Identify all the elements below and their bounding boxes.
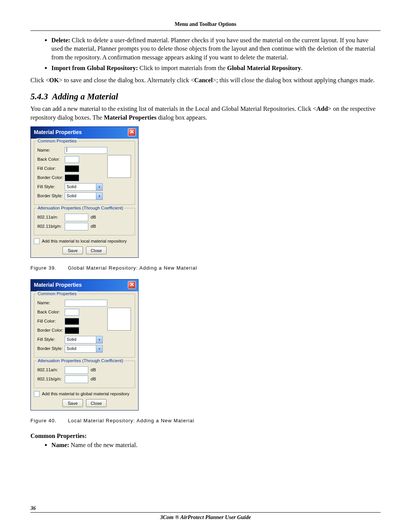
border-color-swatch[interactable] <box>65 327 79 334</box>
back-color-label: Back Color: <box>37 157 65 163</box>
section-heading: 5.4.3 Adding a Material <box>30 91 381 102</box>
border-color-label: Border Color: <box>37 175 65 181</box>
db-unit: dB <box>91 214 96 220</box>
db-unit: dB <box>91 224 96 230</box>
border-style-select[interactable]: Solid▾ <box>65 345 103 353</box>
border-style-label: Border Style: <box>37 193 65 199</box>
close-button[interactable]: Close <box>86 399 107 407</box>
common-properties-list: Name: Name of the new material. <box>30 441 381 449</box>
attenuation-group: Attenuation Properties (Through Coeffici… <box>34 361 135 388</box>
bullet-name-text: Name of the new material. <box>69 441 138 449</box>
save-button[interactable]: Save <box>62 399 83 407</box>
dialog-titlebar: Material Properties ✕ <box>31 127 138 139</box>
page-number: 36 <box>30 505 381 511</box>
bullet-import-label: Import from Global Repository: <box>51 64 138 72</box>
close-icon[interactable]: ✕ <box>128 128 136 136</box>
bullet-import-bold-tail: Global Material Repository <box>227 64 301 72</box>
a-input[interactable] <box>65 214 88 221</box>
footer-title: 3Com ® AirProtect Planner User Guide <box>30 514 381 521</box>
add-global-checkbox[interactable] <box>34 391 40 397</box>
preview-swatch <box>107 155 131 178</box>
chevron-down-icon: ▾ <box>96 345 102 352</box>
b-input[interactable] <box>65 223 88 230</box>
add-local-checkbox-label: Add this material to local material repo… <box>42 238 127 244</box>
db-unit: dB <box>91 376 96 382</box>
border-style-select[interactable]: Solid▾ <box>65 192 103 200</box>
common-properties-heading: Common Properties: <box>30 432 381 440</box>
fill-color-swatch[interactable] <box>65 165 79 172</box>
figure-39-label: Figure 39. <box>30 265 57 271</box>
attenuation-group: Attenuation Properties (Through Coeffici… <box>34 208 135 235</box>
b-label: 802.11b/g/n: <box>37 376 65 382</box>
bullet-delete-text: Click to delete a user-defined material.… <box>51 37 375 61</box>
common-properties-legend: Common Properties <box>37 291 78 297</box>
dialog-body: Common Properties Name: Back Color: Fill… <box>31 291 138 411</box>
back-color-swatch[interactable] <box>65 156 79 163</box>
save-button[interactable]: Save <box>62 246 83 254</box>
chevron-down-icon: ▾ <box>96 193 102 200</box>
running-header: Menu and Toolbar Options <box>30 21 381 27</box>
name-label: Name: <box>37 300 65 306</box>
section-title: Adding a Material <box>52 92 118 101</box>
back-color-label: Back Color: <box>37 309 65 315</box>
preview-swatch <box>107 308 131 331</box>
ok-cancel-para: Click <OK> to save and close the dialog … <box>30 76 381 85</box>
a-label: 802.11a/n: <box>37 367 65 373</box>
bottom-rule <box>30 512 381 513</box>
border-color-swatch[interactable] <box>65 174 79 181</box>
fill-color-swatch[interactable] <box>65 318 79 325</box>
figure-39-caption: Figure 39.Global Material Repository: Ad… <box>30 265 381 272</box>
add-global-checkbox-row: Add this material to global material rep… <box>34 391 135 397</box>
back-color-swatch[interactable] <box>65 309 79 316</box>
b-label: 802.11b/g/n: <box>37 224 65 230</box>
page: Menu and Toolbar Options Delete: Click t… <box>0 0 411 532</box>
a-input[interactable] <box>65 366 88 374</box>
attenuation-legend: Attenuation Properties (Through Coeffici… <box>37 205 124 211</box>
b-input[interactable] <box>65 375 88 383</box>
dialog-title: Material Properties <box>34 129 82 136</box>
body-text: Delete: Click to delete a user-defined m… <box>30 36 381 450</box>
bullet-name-label: Name: <box>51 441 69 449</box>
fill-color-label: Fill Color: <box>37 166 65 172</box>
name-input[interactable] <box>65 300 107 307</box>
close-button[interactable]: Close <box>86 246 107 254</box>
close-icon[interactable]: ✕ <box>128 281 136 289</box>
figure-40-label: Figure 40. <box>30 418 57 423</box>
fill-style-label: Fill Style: <box>37 337 65 343</box>
dialog-titlebar: Material Properties ✕ <box>31 280 138 291</box>
add-local-checkbox-row: Add this material to local material repo… <box>34 238 135 244</box>
dialog-body: Common Properties Name: Back Color: Fill… <box>31 139 138 258</box>
chevron-down-icon: ▾ <box>96 184 102 190</box>
add-global-checkbox-label: Add this material to global material rep… <box>42 391 129 397</box>
material-properties-dialog-local: Material Properties ✕ Common Properties … <box>30 279 139 411</box>
bullet-name: Name: Name of the new material. <box>51 441 381 449</box>
bullet-delete-label: Delete: <box>51 37 70 44</box>
bullet-list-top: Delete: Click to delete a user-defined m… <box>30 36 381 72</box>
dialog-title: Material Properties <box>34 281 82 289</box>
dialog-button-row: Save Close <box>34 399 135 407</box>
fill-style-select[interactable]: Solid▾ <box>65 336 103 343</box>
attenuation-legend: Attenuation Properties (Through Coeffici… <box>37 358 124 364</box>
fill-color-label: Fill Color: <box>37 318 65 324</box>
page-footer: 36 3Com ® AirProtect Planner User Guide <box>30 505 381 521</box>
chevron-down-icon: ▾ <box>96 336 102 343</box>
top-rule <box>30 30 381 31</box>
common-properties-legend: Common Properties <box>37 138 78 144</box>
fill-style-select[interactable]: Solid▾ <box>65 183 103 191</box>
section-intro-para: You can add a new material to the existi… <box>30 105 381 122</box>
add-local-checkbox[interactable] <box>34 238 40 244</box>
figure-40-caption: Figure 40.Local Material Repository: Add… <box>30 417 381 424</box>
common-properties-group: Common Properties Name: Back Color: Fill… <box>34 294 135 358</box>
a-label: 802.11a/n: <box>37 214 65 220</box>
fill-style-label: Fill Style: <box>37 184 65 190</box>
bullet-delete: Delete: Click to delete a user-defined m… <box>51 36 381 62</box>
material-properties-dialog-global: Material Properties ✕ Common Properties … <box>30 126 139 258</box>
figure-39-text: Global Material Repository: Adding a New… <box>68 265 197 271</box>
name-label: Name: <box>37 147 65 153</box>
section-number: 5.4.3 <box>30 92 48 101</box>
figure-40-text: Local Material Repository: Adding a New … <box>68 418 194 423</box>
name-input[interactable] <box>65 147 107 154</box>
bullet-import-tail: . <box>301 64 303 72</box>
common-properties-group: Common Properties Name: Back Color: Fill… <box>34 141 135 205</box>
bullet-import: Import from Global Repository: Click to … <box>51 64 381 72</box>
